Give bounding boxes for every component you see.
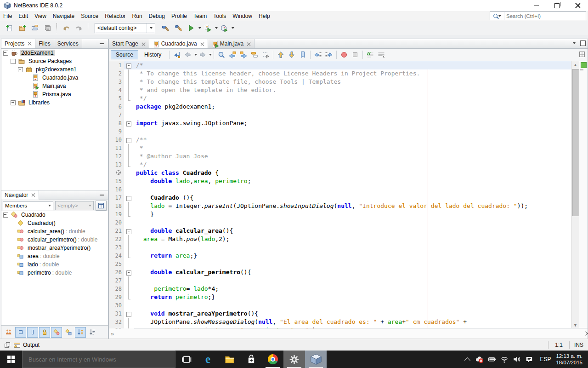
navigator-tree-item[interactable]: calcular_area() : double: [1, 227, 108, 236]
menu-help[interactable]: Help: [255, 12, 273, 20]
code-line[interactable]: public class Cuadrado {: [109, 169, 571, 177]
taskbar-task-view-button[interactable]: [175, 351, 197, 368]
fold-column[interactable]: [124, 61, 134, 69]
code-text[interactable]: "\nY su perimetro es:" + perimetro+" cm"…: [134, 326, 571, 328]
code-text[interactable]: * and open the template in the editor.: [134, 86, 571, 94]
taskbar-netbeans-button[interactable]: [305, 351, 327, 368]
minimize-button[interactable]: [526, 0, 547, 11]
close-icon[interactable]: [247, 42, 251, 46]
code-line[interactable]: 25: [109, 260, 571, 268]
close-icon[interactable]: [28, 41, 32, 46]
code-line[interactable]: 16: [109, 185, 571, 194]
collapse-icon[interactable]: [18, 67, 23, 72]
line-number[interactable]: 3: [109, 78, 124, 86]
dock-window-icon[interactable]: [4, 341, 11, 349]
code-line[interactable]: 23: [109, 243, 571, 252]
fold-column[interactable]: [124, 210, 134, 218]
code-line[interactable]: 3 * To change this template file, choose…: [109, 78, 571, 86]
fold-column[interactable]: [124, 111, 134, 119]
navigator-tree-item[interactable]: mostrar_areaYperimetro(): [1, 244, 108, 252]
code-line[interactable]: 31 void mostrar_areaYperimetro(){: [109, 310, 571, 318]
code-text[interactable]: Cuadrado (){: [134, 194, 571, 202]
fold-column[interactable]: [124, 285, 134, 293]
toggle-bookmark-button[interactable]: [297, 50, 308, 60]
fold-collapse-icon[interactable]: [126, 270, 131, 276]
line-number[interactable]: 2: [109, 69, 124, 78]
code-line[interactable]: 20: [109, 218, 571, 227]
fold-column[interactable]: [124, 169, 134, 177]
expand-gutter-icon[interactable]: »: [111, 330, 114, 337]
chevron-down-icon[interactable]: [147, 23, 155, 33]
line-number[interactable]: 25: [109, 260, 124, 268]
editor-tab-main-java[interactable]: Main.java: [208, 39, 254, 48]
line-number[interactable]: 22: [109, 235, 124, 243]
chevron-up-icon[interactable]: [462, 354, 473, 365]
scroll-down-icon[interactable]: ▼: [571, 322, 579, 328]
line-number[interactable]: 26: [109, 268, 124, 276]
volume-icon[interactable]: [511, 354, 522, 365]
line-number[interactable]: 28: [109, 285, 124, 293]
minimize-panel-button[interactable]: [100, 193, 105, 197]
fold-column[interactable]: [124, 161, 134, 169]
code-text[interactable]: import javax.swing.JOptionPane;: [134, 119, 571, 127]
project-tree-item[interactable]: Prisma.java: [1, 90, 108, 98]
taskbar-search-input[interactable]: [23, 356, 175, 363]
code-line[interactable]: 4 * and open the template in the editor.: [109, 86, 571, 94]
menu-edit[interactable]: Edit: [15, 12, 31, 20]
fold-collapse-icon[interactable]: [126, 63, 131, 69]
fold-column[interactable]: [124, 144, 134, 152]
source-view-button[interactable]: Source: [111, 50, 138, 59]
code-text[interactable]: JOptionPane.showMessageDialog(null, "El …: [134, 318, 571, 326]
code-line[interactable]: 10/**: [109, 136, 571, 144]
code-text[interactable]: */: [134, 161, 571, 169]
code-editor[interactable]: 1/*2 * To change this license header, ch…: [109, 61, 588, 328]
code-line[interactable]: 27: [109, 276, 571, 285]
fold-column[interactable]: [124, 136, 134, 144]
editor-tab-start-page[interactable]: Start Page: [109, 39, 149, 48]
line-number[interactable]: 31: [109, 310, 124, 318]
tab-navigator[interactable]: Navigator: [1, 190, 39, 200]
line-number[interactable]: 19: [109, 210, 124, 218]
code-line[interactable]: 5 */: [109, 94, 571, 103]
fold-column[interactable]: [124, 177, 134, 185]
expand-icon[interactable]: [11, 100, 16, 105]
code-line[interactable]: 12 * @author Juan Jose: [109, 152, 571, 161]
navigator-tree-item[interactable]: Cuadrado(): [1, 219, 108, 227]
columns-button[interactable]: [96, 201, 107, 211]
fold-column[interactable]: [124, 194, 134, 202]
code-text[interactable]: *: [134, 144, 571, 152]
taskbar-edge-button[interactable]: e: [197, 351, 219, 368]
action-center-icon[interactable]: [524, 354, 535, 365]
code-text[interactable]: [134, 301, 571, 310]
save-all-button[interactable]: [41, 22, 54, 34]
code-text[interactable]: */: [134, 94, 571, 103]
line-number[interactable]: 4: [109, 86, 124, 94]
menu-team[interactable]: Team: [190, 12, 210, 20]
line-number[interactable]: 30: [109, 301, 124, 310]
line-number[interactable]: 6: [109, 103, 124, 111]
navigator-tree-item[interactable]: lado : double: [1, 260, 108, 269]
fold-column[interactable]: [124, 243, 134, 252]
line-number[interactable]: 13: [109, 161, 124, 169]
taskbar-chrome-button[interactable]: [262, 351, 283, 368]
code-text[interactable]: package pkg2doexamen1;: [134, 103, 571, 111]
start-macro-recording-button[interactable]: [339, 50, 350, 60]
line-number[interactable]: 21: [109, 227, 124, 235]
close-icon[interactable]: [31, 193, 35, 197]
code-line[interactable]: 18 lado = Integer.parseInt(JOptionPane.s…: [109, 202, 571, 210]
close-button[interactable]: [567, 0, 588, 11]
project-tree-item[interactable]: Main.java: [1, 82, 108, 90]
line-number[interactable]: 8: [109, 119, 124, 127]
sort-by-source-button[interactable]: [87, 327, 98, 338]
minimize-panel-button[interactable]: [100, 41, 105, 46]
line-number[interactable]: 12: [109, 152, 124, 161]
line-number[interactable]: [109, 169, 124, 177]
code-text[interactable]: /**: [134, 136, 571, 144]
code-line[interactable]: 9: [109, 127, 571, 136]
build-project-button[interactable]: [159, 22, 172, 34]
line-number[interactable]: 11: [109, 144, 124, 152]
fold-collapse-icon[interactable]: [126, 121, 131, 126]
back-button[interactable]: [182, 50, 193, 60]
show-non-public-button[interactable]: [39, 327, 50, 338]
project-tree-item[interactable]: 2doExamen1: [1, 49, 108, 57]
